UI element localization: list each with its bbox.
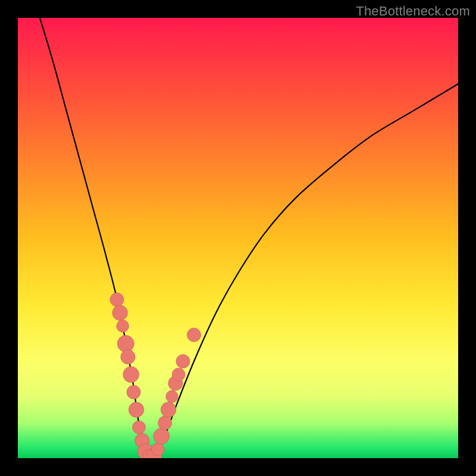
curve-marker xyxy=(158,416,172,430)
curve-marker xyxy=(117,336,134,352)
chart-frame: TheBottleneck.com xyxy=(0,0,476,476)
bottleneck-curve xyxy=(40,18,458,458)
curve-marker xyxy=(176,355,190,368)
curve-marker xyxy=(112,305,128,321)
curve-markers xyxy=(110,293,201,458)
curve-marker xyxy=(154,428,170,444)
chart-svg xyxy=(18,18,458,458)
watermark-text: TheBottleneck.com xyxy=(356,4,470,19)
curve-marker xyxy=(161,402,176,418)
curve-marker xyxy=(127,385,140,399)
curve-marker xyxy=(117,320,129,333)
curve-marker xyxy=(123,367,139,383)
curve-marker xyxy=(187,328,201,342)
curve-marker xyxy=(133,421,146,434)
curve-marker xyxy=(129,402,144,418)
plot-area xyxy=(18,18,458,458)
curve-marker xyxy=(166,390,178,403)
curve-marker xyxy=(121,350,135,364)
curve-marker xyxy=(151,443,164,456)
curve-marker xyxy=(172,368,185,381)
curve-marker xyxy=(110,293,124,306)
